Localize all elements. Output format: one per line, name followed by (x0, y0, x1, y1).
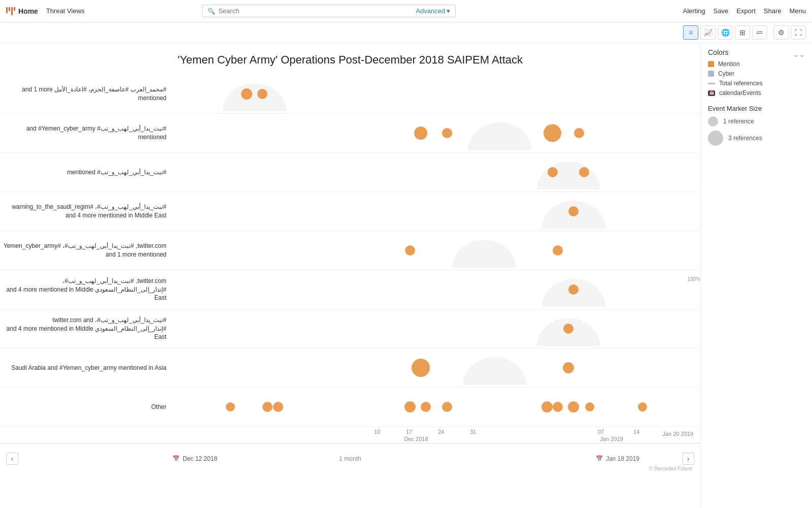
timeline-view-button[interactable]: ≔ (752, 25, 767, 40)
row-label: twitter.com, #تبت_يدا_أبي_لهب_و_تب#، #إن… (0, 277, 173, 302)
marker-small (708, 116, 718, 126)
logo[interactable]: Home (6, 7, 38, 15)
expand-button[interactable]: ⛶ (791, 25, 806, 40)
row-label: #تبت_يدا_أبي_لهب_و_تب#، twitter.com and … (0, 316, 173, 341)
table-row[interactable]: #تبت_يدا_أبي_لهب_و_تب# and #Yemen_cyber_… (0, 114, 700, 153)
row-track (173, 272, 700, 307)
bubble[interactable] (548, 167, 558, 177)
table-row[interactable]: #تبت_يدا_أبي_لهب_و_تب#، #warning_to_the_… (0, 192, 700, 231)
share-link[interactable]: Share (764, 7, 782, 15)
range-start-icon: 📅 (173, 455, 180, 462)
bubble[interactable] (563, 324, 573, 334)
legend-cyber: Cyber (708, 70, 805, 77)
bubble[interactable] (579, 167, 589, 177)
next-button[interactable]: › (682, 453, 694, 465)
bubble[interactable] (553, 402, 563, 412)
prev-button[interactable]: ‹ (6, 453, 18, 465)
table-row[interactable]: twitter.com, #تبت_يدا_أبي_لهب_و_تب#، #Ye… (0, 231, 700, 270)
marker-3ref-label: 3 references (728, 135, 762, 142)
row-track (173, 155, 700, 189)
settings-button[interactable]: ⚙ (773, 25, 789, 40)
x-axis-label: 17 (406, 429, 412, 435)
table-row[interactable]: #تبت_يدا_أبي_لهب_و_تب#، twitter.com and … (0, 309, 700, 348)
map-view-button[interactable]: 🌐 (718, 25, 733, 40)
export-link[interactable]: Export (736, 7, 756, 15)
x-axis-label: 10 (374, 429, 380, 435)
bubble[interactable] (442, 402, 452, 412)
bubble[interactable] (568, 401, 579, 412)
bubble[interactable] (421, 402, 431, 412)
bubble[interactable] (568, 206, 579, 216)
save-link[interactable]: Save (714, 7, 729, 15)
mention-label: Mention (718, 60, 740, 68)
cyber-label: Cyber (718, 70, 734, 77)
x-axis-label: 07 (598, 429, 604, 435)
logo-icon (6, 7, 15, 15)
calendar-dot: 📅 (708, 90, 715, 96)
x-axis-label: 24 (438, 429, 444, 435)
bubble[interactable] (638, 402, 647, 411)
row-track (173, 77, 700, 111)
total-refs-dot (708, 83, 715, 84)
marker-1ref-label: 1 reference (723, 118, 754, 125)
legend-mention: Mention (708, 60, 805, 68)
list-view-button[interactable]: ≡ (683, 25, 698, 40)
chart-view-button[interactable]: 📈 (700, 25, 716, 40)
rows-container: #محمد_العرب #عاصفة_الحزم، #اعادة_الأمل a… (0, 75, 700, 427)
advanced-button[interactable]: Advanced ▾ (416, 7, 450, 15)
table-row[interactable]: twitter.com, #تبت_يدا_أبي_لهب_و_تب#، #إن… (0, 270, 700, 309)
bubble[interactable] (414, 126, 427, 140)
chevron-down-icon: ▾ (447, 7, 450, 15)
bubble[interactable] (226, 402, 235, 411)
bubble[interactable] (257, 89, 267, 99)
row-label: Saudi Arabia and #Yemen_cyber_army menti… (0, 364, 173, 372)
bubble[interactable] (574, 128, 584, 138)
colors-title: Colors (708, 48, 728, 56)
search-input[interactable] (218, 7, 413, 15)
row-track (173, 194, 700, 229)
row-track (173, 233, 700, 268)
bubble[interactable] (563, 362, 574, 373)
bubble[interactable] (585, 402, 594, 411)
range-end-icon: 📅 (596, 455, 603, 462)
toolbar: ≡ 📈 🌐 ⊞ ≔ ⚙ ⛶ (0, 22, 812, 43)
topnav: Home Threat Views 🔍 Advanced ▾ Alerting … (0, 0, 812, 22)
row-label: #تبت_يدا_أبي_لهب_و_تب# and #Yemen_cyber_… (0, 124, 173, 142)
bubble[interactable] (241, 88, 252, 100)
search-icon: 🔍 (208, 8, 215, 15)
bubble[interactable] (553, 245, 563, 256)
other-track (173, 390, 700, 424)
table-row[interactable]: Saudi Arabia and #Yemen_cyber_army menti… (0, 348, 700, 388)
bubble[interactable] (568, 284, 579, 295)
chart-title: 'Yemen Cyber Army' Operations Post-Decem… (0, 43, 700, 75)
grid-view-button[interactable]: ⊞ (735, 25, 750, 40)
x-axis-label: 14 (633, 429, 639, 435)
alerting-link[interactable]: Alerting (683, 7, 705, 15)
bubble[interactable] (405, 245, 415, 256)
table-row[interactable]: #محمد_العرب #عاصفة_الحزم، #اعادة_الأمل a… (0, 75, 700, 114)
other-label: Other (0, 403, 173, 410)
bubble[interactable] (262, 402, 273, 412)
menu-link[interactable]: Menu (789, 7, 806, 15)
other-row: Other (0, 388, 700, 427)
bubble[interactable] (542, 401, 553, 412)
bottom-bar: ‹ 📅 Dec 12 2018 1 month 📅 Jan 18 2019 › … (0, 443, 700, 473)
bubble[interactable] (544, 124, 561, 142)
row-track (173, 351, 700, 385)
home-link[interactable]: Home (18, 7, 38, 15)
colors-section: Colors ⌄⌄ Mention Cyber Total references… (708, 48, 805, 97)
collapse-icon[interactable]: ⌄⌄ (793, 50, 805, 58)
bubble[interactable] (442, 128, 452, 138)
bubble[interactable] (412, 359, 430, 377)
threat-views-link[interactable]: Threat Views (46, 7, 85, 15)
main-layout: 'Yemen Cyber Army' Operations Post-Decem… (0, 43, 812, 507)
range-end-date: Jan 18 2019 (606, 455, 639, 462)
row-label: twitter.com, #تبت_يدا_أبي_لهب_و_تب#، #Ye… (0, 242, 173, 259)
bubble[interactable] (273, 402, 283, 412)
row-label: #محمد_العرب #عاصفة_الحزم، #اعادة_الأمل a… (0, 85, 173, 103)
x-month-label: Jan 2019 (600, 436, 623, 442)
calendar-label: calendarEvents (719, 89, 761, 97)
legend-calendar: 📅 calendarEvents (708, 89, 805, 97)
bubble[interactable] (404, 401, 416, 412)
table-row[interactable]: #تبت_يدا_أبي_لهب_و_تب# mentioned (0, 153, 700, 192)
